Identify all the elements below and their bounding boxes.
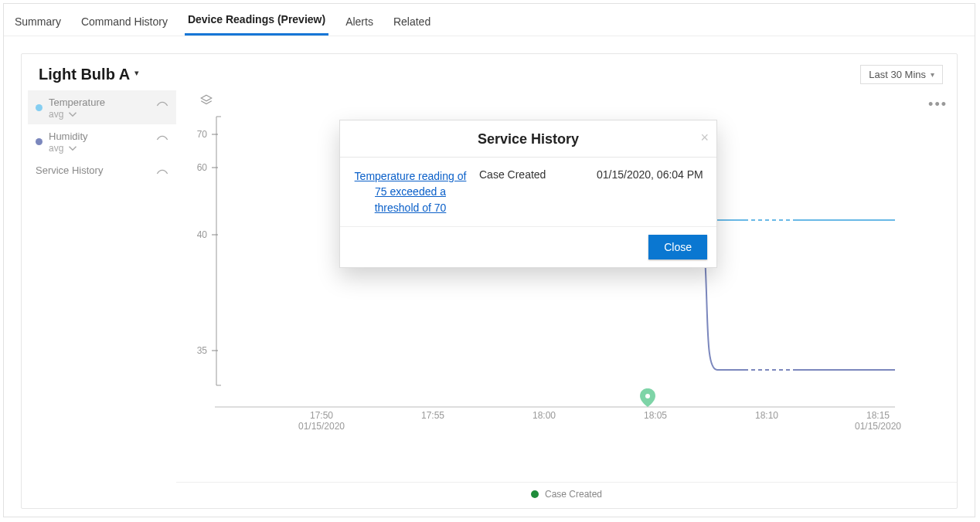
eye-icon[interactable] [156, 168, 168, 180]
case-link[interactable]: Temperature reading of 75 exceeded a thr… [352, 168, 468, 215]
event-legend: Case Created [176, 482, 957, 500]
x-date-end: 01/15/2020 [855, 421, 901, 432]
y-tick: 60 [197, 162, 208, 173]
legend-label: Temperature [49, 97, 105, 109]
tab-related[interactable]: Related [390, 11, 434, 36]
more-icon[interactable]: ••• [928, 97, 948, 113]
x-tick: 18:00 [533, 410, 556, 421]
case-date: 01/15/2020, 06:04 PM [583, 168, 704, 215]
svg-point-8 [645, 394, 650, 398]
tab-command-history[interactable]: Command History [78, 11, 171, 36]
case-type: Case Created [479, 168, 572, 215]
modal-row: Temperature reading of 75 exceeded a thr… [340, 158, 716, 227]
legend-item-humidity[interactable]: Humidity avg [28, 124, 176, 158]
x-tick: 18:15 [866, 410, 890, 421]
series-color-dot [36, 104, 43, 111]
legend-label: Service History [36, 164, 103, 177]
tabs-bar: Summary Command History Device Readings … [4, 4, 975, 36]
event-marker-case-created[interactable] [640, 388, 655, 407]
legend-label: Humidity [49, 130, 88, 143]
chevron-down-icon [68, 144, 77, 153]
tab-device-readings[interactable]: Device Readings (Preview) [185, 8, 328, 36]
tab-alerts[interactable]: Alerts [342, 11, 376, 36]
series-color-dot [36, 138, 43, 145]
legend-agg: avg [49, 109, 63, 120]
layers-icon[interactable] [199, 93, 213, 107]
legend-item-service-history[interactable]: Service History [28, 158, 176, 181]
x-tick: 17:55 [421, 410, 444, 421]
tab-summary[interactable]: Summary [12, 11, 64, 36]
time-range-label: Last 30 Mins [869, 69, 926, 80]
modal-title: Service History [478, 131, 579, 147]
x-tick: 17:50 [310, 410, 333, 421]
close-button[interactable]: Close [648, 235, 707, 259]
caret-down-icon: ▾ [931, 70, 934, 79]
eye-icon[interactable] [156, 100, 168, 112]
x-tick: 18:05 [644, 410, 667, 421]
y-tick: 35 [197, 345, 208, 356]
legend-item-temperature[interactable]: Temperature avg [28, 90, 176, 124]
y-tick: 40 [197, 229, 208, 240]
caret-down-icon: ▾ [134, 68, 139, 78]
close-icon[interactable]: × [700, 130, 709, 146]
chevron-down-icon [68, 110, 77, 119]
x-date-start: 01/15/2020 [298, 421, 345, 432]
service-history-modal: Service History × Temperature reading of… [339, 120, 717, 268]
x-tick: 18:10 [755, 410, 778, 421]
device-dropdown[interactable]: Light Bulb A ▾ [39, 66, 139, 83]
event-legend-label: Case Created [545, 489, 602, 500]
time-range-dropdown[interactable]: Last 30 Mins ▾ [860, 65, 943, 84]
y-tick: 70 [197, 129, 208, 140]
device-title: Light Bulb A [39, 66, 130, 83]
eye-icon[interactable] [156, 134, 168, 146]
series-legend: Temperature avg Humidity avg [22, 87, 176, 503]
event-color-dot [531, 490, 539, 498]
legend-agg: avg [49, 143, 63, 154]
